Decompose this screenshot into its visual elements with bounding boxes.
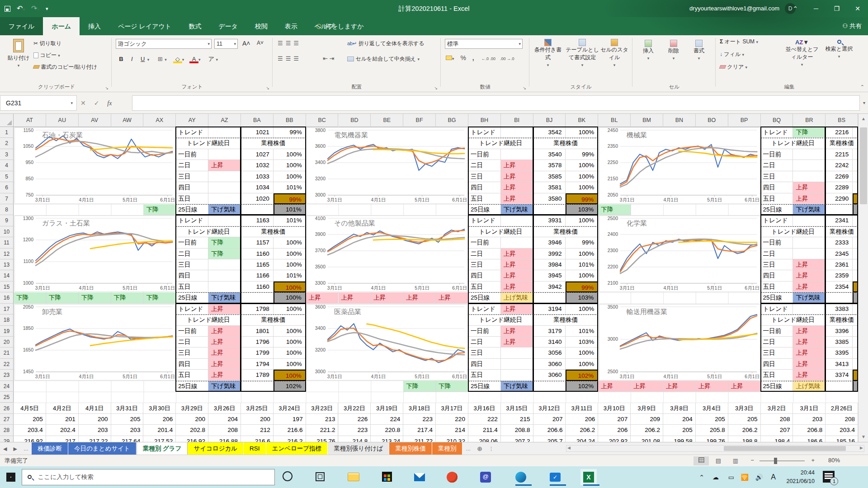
column-header-AX[interactable]: AX xyxy=(143,114,176,127)
column-header-BE[interactable]: BE xyxy=(371,114,403,127)
ribbon-tab-7[interactable]: 表示 xyxy=(276,17,306,35)
column-header-BO[interactable]: BO xyxy=(696,114,728,127)
row-header-20[interactable]: 20 xyxy=(0,337,14,347)
battery-icon[interactable]: ▭ xyxy=(728,466,734,488)
ribbon-tab-5[interactable]: データ xyxy=(210,17,246,35)
clipboard-dialog-launcher[interactable]: ↘ xyxy=(105,86,108,90)
select-all-corner[interactable] xyxy=(0,114,14,127)
horizontal-scrollbar[interactable]: ◀ ▶ xyxy=(566,445,864,452)
column-header-BI[interactable]: BI xyxy=(501,114,533,127)
name-box[interactable]: G231▾ xyxy=(0,95,77,111)
column-header-BL[interactable]: BL xyxy=(598,114,631,127)
hscroll-left-icon[interactable]: ◀ xyxy=(567,446,571,450)
merge-center-button[interactable]: セルを結合して中央揃え ▾ xyxy=(347,55,420,63)
sort-filter-button[interactable]: AZ▼ 並べ替えとフィルター▾ xyxy=(783,39,821,67)
row-header-15[interactable]: 15 xyxy=(0,282,14,292)
row-header-3[interactable]: 3 xyxy=(0,149,14,160)
ribbon-tab-3[interactable]: ページ レイアウト xyxy=(109,17,180,35)
row-header-10[interactable]: 10 xyxy=(0,226,14,237)
row-header-28[interactable]: 28 xyxy=(0,425,14,436)
copy-button[interactable]: コピー ▾ xyxy=(33,52,60,59)
cortana-icon[interactable] xyxy=(279,469,296,485)
cancel-icon[interactable]: ✕ xyxy=(80,99,86,107)
fill-color-button[interactable]: ◇ xyxy=(173,56,182,62)
column-header-BQ[interactable]: BQ xyxy=(761,114,793,127)
vertical-scrollbar[interactable]: ▲ ▼ xyxy=(858,114,868,442)
sheet-tab-業種別張り付けば[interactable]: 業種別張り付けば xyxy=(328,442,389,455)
column-header-BC[interactable]: BC xyxy=(306,114,339,127)
sheet-tab-エンベロープ指標[interactable]: エンベロープ指標 xyxy=(266,442,328,455)
column-header-BB[interactable]: BB xyxy=(274,114,306,127)
row-header-13[interactable]: 13 xyxy=(0,259,14,270)
task-view-icon[interactable] xyxy=(312,469,328,485)
row-header-17[interactable]: 17 xyxy=(0,304,14,314)
column-header-BK[interactable]: BK xyxy=(566,114,598,127)
row-header-18[interactable]: 18 xyxy=(0,314,14,325)
vertical-scroll-thumb[interactable] xyxy=(860,127,867,204)
ribbon-tab-1[interactable]: ホーム xyxy=(43,17,80,35)
increase-decimal-button[interactable]: ←.0 .00 xyxy=(481,57,496,61)
row-header-26[interactable]: 26 xyxy=(0,403,14,414)
column-header-BN[interactable]: BN xyxy=(663,114,696,127)
row-header-21[interactable]: 21 xyxy=(0,347,14,358)
column-header-AT[interactable]: AT xyxy=(14,114,46,127)
column-header-AW[interactable]: AW xyxy=(111,114,144,127)
row-header-2[interactable]: 2 xyxy=(0,138,14,149)
column-header-BR[interactable]: BR xyxy=(793,114,826,127)
horizontal-scroll-thumb[interactable] xyxy=(724,446,846,451)
find-select-button[interactable]: 検索と選択▾ xyxy=(823,39,855,59)
formula-input[interactable] xyxy=(132,95,860,111)
scroll-down-icon[interactable]: ▼ xyxy=(859,432,868,442)
wifi-icon[interactable]: 🛜 xyxy=(741,466,749,488)
column-header-BA[interactable]: BA xyxy=(241,114,274,127)
zoom-level[interactable]: 80% xyxy=(828,457,840,464)
insert-cells-button[interactable]: 挿入▾ xyxy=(637,40,660,61)
row-header-9[interactable]: 9 xyxy=(0,215,14,226)
column-header-AZ[interactable]: AZ xyxy=(208,114,241,127)
taskbar-search[interactable]: ここに入力して検索 xyxy=(22,469,275,485)
underline-button[interactable]: U xyxy=(138,56,147,62)
decrease-decimal-button[interactable]: .00 →.0 xyxy=(500,57,514,61)
column-header-AU[interactable]: AU xyxy=(46,114,79,127)
mail-icon[interactable] xyxy=(411,469,428,485)
row-header-5[interactable]: 5 xyxy=(0,171,14,182)
comma-button[interactable]: , xyxy=(472,54,474,61)
row-header-16[interactable]: 16 xyxy=(0,292,14,303)
row-header-4[interactable]: 4 xyxy=(0,160,14,171)
row-header-14[interactable]: 14 xyxy=(0,270,14,281)
number-dialog-launcher[interactable]: ↘ xyxy=(523,86,526,90)
column-header-BP[interactable]: BP xyxy=(728,114,761,127)
sheet-ellipsis-right[interactable]: … xyxy=(462,442,474,455)
column-header-BF[interactable]: BF xyxy=(403,114,436,127)
delete-cells-button[interactable]: 削除▾ xyxy=(662,40,685,61)
ribbon-tab-6[interactable]: 校閲 xyxy=(246,17,276,35)
clear-button[interactable]: クリア ▾ xyxy=(720,63,747,71)
insert-function-icon[interactable]: fx xyxy=(107,100,112,107)
conditional-formatting-button[interactable]: 条件付き書式▾ xyxy=(532,39,564,68)
row-header-25[interactable]: 25 xyxy=(0,392,14,403)
taskbar-clock[interactable]: 20:442021/06/10 xyxy=(786,469,815,486)
ribbon-tab-4[interactable]: 数式 xyxy=(180,17,210,35)
row-header-7[interactable]: 7 xyxy=(0,193,14,204)
tell-me-box[interactable]: 何をしますか xyxy=(316,17,364,35)
file-explorer-icon[interactable] xyxy=(345,469,362,485)
onedrive-icon[interactable]: ☁ xyxy=(712,466,719,488)
row-header-27[interactable]: 27 xyxy=(0,414,14,425)
zoom-in-icon[interactable]: + xyxy=(811,457,815,464)
row-header-29[interactable]: 29 xyxy=(0,436,14,442)
page-layout-view-icon[interactable]: ▤ xyxy=(711,456,726,465)
zoom-slider-thumb[interactable] xyxy=(774,458,777,464)
grow-font-button[interactable]: A˄ xyxy=(242,40,250,47)
minimize-button[interactable]: ─ xyxy=(806,0,826,17)
format-as-table-button[interactable]: テーブルとして書式設定▾ xyxy=(565,39,599,68)
row-header-19[interactable]: 19 xyxy=(0,326,14,337)
row-header-22[interactable]: 22 xyxy=(0,359,14,370)
column-header-BG[interactable]: BG xyxy=(436,114,468,127)
ribbon-tab-2[interactable]: 挿入 xyxy=(80,17,109,35)
sheet-nav-right-icon[interactable]: ▶ xyxy=(10,442,20,455)
font-name-select[interactable]: 游ゴシック▾ xyxy=(116,39,212,49)
column-header-BD[interactable]: BD xyxy=(339,114,371,127)
halign-buttons[interactable]: ☰☰☰ xyxy=(278,55,302,62)
ribbon-display-options-icon[interactable]: ⌃ xyxy=(785,0,806,17)
format-cells-button[interactable]: 書式▾ xyxy=(687,40,711,61)
